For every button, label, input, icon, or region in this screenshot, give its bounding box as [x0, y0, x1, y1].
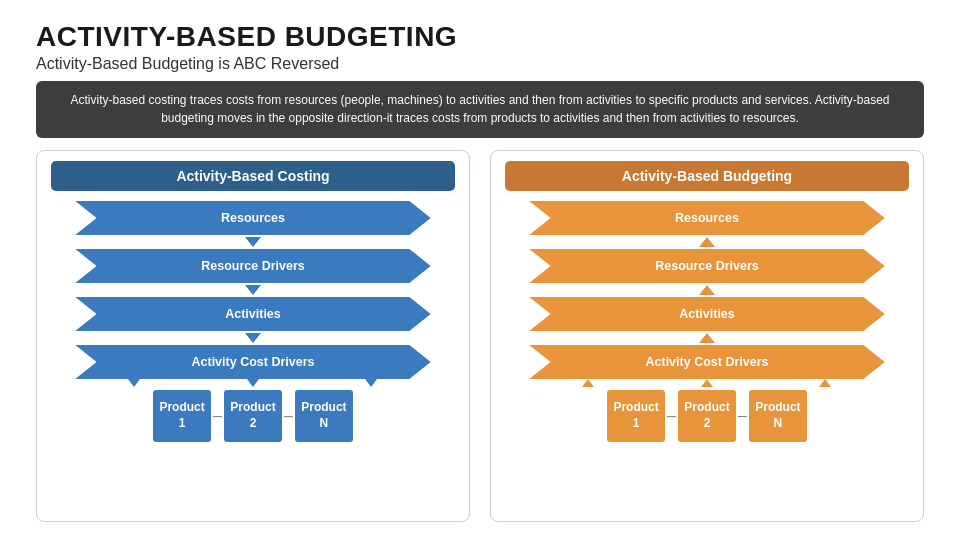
- costing-product-arrow-3: [365, 379, 377, 387]
- budgeting-arrow-1: [699, 237, 715, 247]
- budgeting-header: Activity-Based Budgeting: [505, 161, 909, 191]
- costing-activities: Activities: [75, 297, 431, 331]
- budgeting-product-arrow-2: [701, 379, 713, 387]
- budgeting-product-2: Product2: [678, 390, 736, 442]
- costing-dash-1: –: [213, 407, 222, 425]
- costing-arrow-2: [245, 285, 261, 295]
- budgeting-resource-drivers: Resource Drivers: [529, 249, 885, 283]
- costing-products-row: Product1 – Product2 – ProductN: [75, 390, 431, 442]
- costing-product-n: ProductN: [295, 390, 353, 442]
- description-box: Activity-based costing traces costs from…: [36, 81, 924, 138]
- costing-diagram: Activity-Based Costing Resources Resourc…: [36, 150, 470, 522]
- costing-dash-2: –: [284, 407, 293, 425]
- costing-product-1: Product1: [153, 390, 211, 442]
- costing-product-arrow-2: [247, 379, 259, 387]
- budgeting-dash-2: –: [738, 407, 747, 425]
- costing-header: Activity-Based Costing: [51, 161, 455, 191]
- budgeting-product-n: ProductN: [749, 390, 807, 442]
- budgeting-arrow-3: [699, 333, 715, 343]
- budgeting-resources: Resources: [529, 201, 885, 235]
- budgeting-dash-1: –: [667, 407, 676, 425]
- description-text: Activity-based costing traces costs from…: [60, 91, 900, 128]
- budgeting-product-arrows: [529, 379, 885, 387]
- main-title: ACTIVITY-BASED BUDGETING: [36, 22, 924, 53]
- budgeting-product-1: Product1: [607, 390, 665, 442]
- costing-product-arrows: [75, 379, 431, 387]
- subtitle: Activity-Based Budgeting is ABC Reversed: [36, 55, 924, 73]
- diagrams-row: Activity-Based Costing Resources Resourc…: [36, 150, 924, 522]
- costing-activity-cost-drivers: Activity Cost Drivers: [75, 345, 431, 379]
- costing-arrow-3: [245, 333, 261, 343]
- budgeting-product-arrow-3: [819, 379, 831, 387]
- budgeting-diagram: Activity-Based Budgeting Resources Resou…: [490, 150, 924, 522]
- costing-flow: Resources Resource Drivers Activities Ac…: [51, 201, 455, 442]
- costing-arrow-1: [245, 237, 261, 247]
- costing-product-arrow-1: [128, 379, 140, 387]
- costing-resource-drivers: Resource Drivers: [75, 249, 431, 283]
- budgeting-activity-cost-drivers: Activity Cost Drivers: [529, 345, 885, 379]
- budgeting-product-arrow-1: [582, 379, 594, 387]
- costing-resources: Resources: [75, 201, 431, 235]
- costing-product-2: Product2: [224, 390, 282, 442]
- page: ACTIVITY-BASED BUDGETING Activity-Based …: [0, 0, 960, 540]
- budgeting-products-row: Product1 – Product2 – ProductN: [529, 390, 885, 442]
- budgeting-activities: Activities: [529, 297, 885, 331]
- budgeting-flow: Resources Resource Drivers Activities Ac…: [505, 201, 909, 442]
- budgeting-arrow-2: [699, 285, 715, 295]
